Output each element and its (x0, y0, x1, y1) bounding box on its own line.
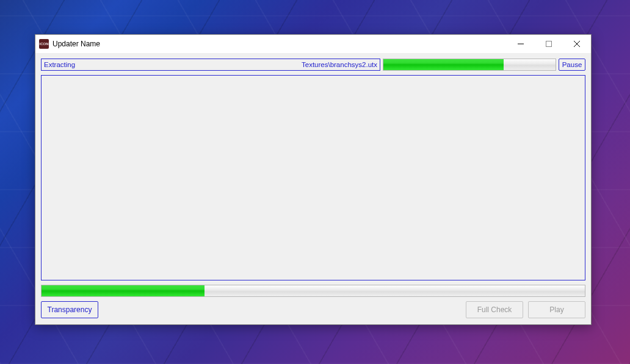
titlebar[interactable]: ICON Updater Name (35, 35, 591, 53)
spacer (103, 301, 461, 318)
total-progress-fill (42, 285, 205, 296)
app-icon: ICON (39, 39, 49, 49)
client-area: Extracting Textures\branchsys2.utx Pause… (35, 53, 591, 324)
window-title: Updater Name (52, 40, 507, 48)
updater-window: ICON Updater Name Extracting Textures\br… (35, 34, 592, 325)
minimize-button[interactable] (507, 35, 535, 53)
log-area[interactable] (41, 75, 585, 280)
status-file: Textures\branchsys2.utx (302, 61, 377, 68)
total-progress-bar (41, 285, 585, 297)
status-action: Extracting (44, 61, 75, 68)
maximize-button[interactable] (535, 35, 563, 53)
svg-rect-1 (546, 41, 552, 47)
total-progress-row (41, 285, 585, 297)
transparency-button[interactable]: Transparency (41, 301, 98, 318)
file-progress-fill (383, 59, 504, 70)
window-controls (507, 35, 591, 53)
status-row: Extracting Textures\branchsys2.utx Pause (41, 59, 585, 71)
close-button[interactable] (563, 35, 591, 53)
status-box: Extracting Textures\branchsys2.utx (41, 59, 380, 71)
file-progress-bar (383, 59, 556, 71)
full-check-button[interactable]: Full Check (466, 301, 523, 318)
pause-button[interactable]: Pause (559, 59, 585, 71)
play-button[interactable]: Play (528, 301, 585, 318)
bottom-buttons-row: Transparency Full Check Play (41, 301, 585, 318)
